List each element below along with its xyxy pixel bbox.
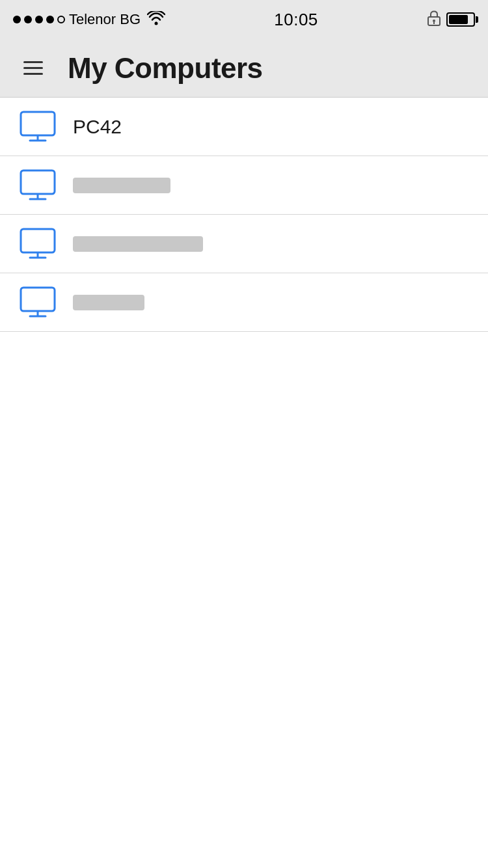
lock-icon (427, 10, 441, 29)
menu-line-2 (23, 67, 43, 69)
wifi-icon (147, 11, 165, 28)
nav-bar: My Computers (0, 39, 488, 98)
monitor-icon (18, 110, 57, 144)
menu-button[interactable] (18, 56, 48, 80)
svg-point-0 (155, 22, 158, 25)
svg-point-2 (433, 20, 435, 22)
signal-dot-4 (46, 16, 54, 23)
computer-name: PC42 (73, 116, 122, 138)
computer-name-blurred (73, 236, 203, 252)
signal-dots (13, 16, 65, 23)
status-time: 10:05 (274, 10, 318, 30)
monitor-icon (18, 227, 57, 261)
list-item[interactable] (0, 215, 488, 273)
menu-line-3 (23, 73, 43, 75)
page-title: My Computers (68, 52, 263, 85)
menu-line-1 (23, 61, 43, 63)
status-bar: Telenor BG 10:05 (0, 0, 488, 39)
signal-dot-2 (24, 16, 32, 23)
battery-indicator (446, 12, 475, 27)
computer-list: PC42 (0, 98, 488, 332)
list-item[interactable] (0, 156, 488, 215)
carrier-label: Telenor BG (69, 11, 141, 28)
signal-dot-5 (57, 16, 65, 23)
list-item[interactable]: PC42 (0, 98, 488, 156)
svg-rect-13 (21, 288, 55, 311)
svg-rect-7 (21, 170, 55, 194)
monitor-icon (18, 286, 57, 319)
svg-rect-4 (21, 112, 55, 135)
status-left: Telenor BG (13, 11, 165, 28)
svg-rect-10 (21, 229, 55, 252)
signal-dot-1 (13, 16, 21, 23)
monitor-icon (18, 169, 57, 202)
status-right (427, 10, 475, 29)
computer-name-blurred (73, 295, 144, 310)
computer-name-blurred (73, 178, 170, 193)
list-item[interactable] (0, 273, 488, 332)
signal-dot-3 (35, 16, 43, 23)
